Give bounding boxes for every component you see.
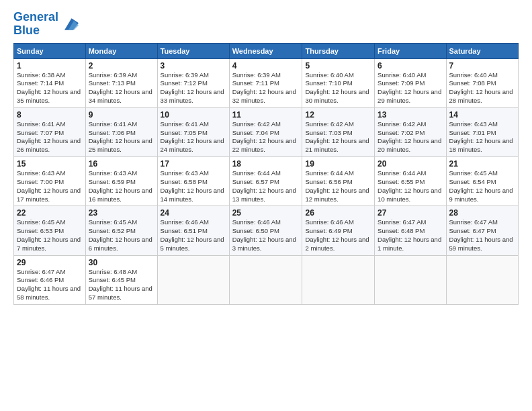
calendar-cell: 3 Sunrise: 6:39 AM Sunset: 7:12 PM Dayli… <box>157 58 229 107</box>
calendar-cell <box>302 255 375 304</box>
day-info: Sunrise: 6:40 AM Sunset: 7:10 PM Dayligh… <box>305 71 371 105</box>
day-number: 7 <box>449 61 515 71</box>
day-header-wednesday: Wednesday <box>229 43 302 58</box>
day-info: Sunrise: 6:39 AM Sunset: 7:13 PM Dayligh… <box>89 71 154 105</box>
day-info: Sunrise: 6:40 AM Sunset: 7:08 PM Dayligh… <box>449 71 515 105</box>
calendar-week-2: 8 Sunrise: 6:41 AM Sunset: 7:07 PM Dayli… <box>14 107 519 156</box>
day-number: 8 <box>17 110 83 120</box>
calendar-cell: 14 Sunrise: 6:43 AM Sunset: 7:01 PM Dayl… <box>446 107 518 156</box>
calendar-cell: 10 Sunrise: 6:41 AM Sunset: 7:05 PM Dayl… <box>157 107 229 156</box>
day-info: Sunrise: 6:39 AM Sunset: 7:11 PM Dayligh… <box>232 71 300 105</box>
day-number: 23 <box>89 208 154 218</box>
calendar-cell: 27 Sunrise: 6:47 AM Sunset: 6:48 PM Dayl… <box>375 206 446 255</box>
calendar-cell: 5 Sunrise: 6:40 AM Sunset: 7:10 PM Dayli… <box>302 58 375 107</box>
day-info: Sunrise: 6:43 AM Sunset: 7:00 PM Dayligh… <box>17 169 83 203</box>
day-number: 29 <box>17 258 83 267</box>
day-header-sunday: Sunday <box>14 43 86 58</box>
day-number: 18 <box>232 159 300 169</box>
day-header-thursday: Thursday <box>302 43 375 58</box>
day-info: Sunrise: 6:42 AM Sunset: 7:04 PM Dayligh… <box>232 120 300 154</box>
day-info: Sunrise: 6:44 AM Sunset: 6:55 PM Dayligh… <box>378 169 443 203</box>
calendar-cell: 30 Sunrise: 6:48 AM Sunset: 6:45 PM Dayl… <box>85 255 157 304</box>
day-number: 11 <box>232 110 300 120</box>
calendar-cell: 6 Sunrise: 6:40 AM Sunset: 7:09 PM Dayli… <box>375 58 446 107</box>
calendar-cell: 18 Sunrise: 6:44 AM Sunset: 6:57 PM Dayl… <box>229 157 302 206</box>
calendar-body: 1 Sunrise: 6:38 AM Sunset: 7:14 PM Dayli… <box>14 58 519 304</box>
day-info: Sunrise: 6:39 AM Sunset: 7:12 PM Dayligh… <box>161 71 226 105</box>
calendar-week-1: 1 Sunrise: 6:38 AM Sunset: 7:14 PM Dayli… <box>14 58 519 107</box>
calendar-week-5: 29 Sunrise: 6:47 AM Sunset: 6:46 PM Dayl… <box>14 255 519 304</box>
day-number: 24 <box>161 208 226 218</box>
day-info: Sunrise: 6:47 AM Sunset: 6:46 PM Dayligh… <box>17 268 83 302</box>
day-info: Sunrise: 6:43 AM Sunset: 7:01 PM Dayligh… <box>449 120 515 154</box>
day-number: 2 <box>89 61 154 71</box>
day-info: Sunrise: 6:43 AM Sunset: 6:59 PM Dayligh… <box>89 169 154 203</box>
logo-text: GeneralBlue <box>13 11 58 38</box>
calendar-cell <box>157 255 229 304</box>
calendar-cell: 23 Sunrise: 6:45 AM Sunset: 6:52 PM Dayl… <box>85 206 157 255</box>
day-number: 1 <box>17 61 83 71</box>
day-info: Sunrise: 6:44 AM Sunset: 6:56 PM Dayligh… <box>305 169 371 203</box>
day-info: Sunrise: 6:46 AM Sunset: 6:50 PM Dayligh… <box>232 218 300 253</box>
calendar-cell <box>375 255 446 304</box>
day-number: 16 <box>89 159 154 169</box>
day-info: Sunrise: 6:46 AM Sunset: 6:51 PM Dayligh… <box>161 218 226 253</box>
day-number: 9 <box>89 110 154 120</box>
calendar-cell: 26 Sunrise: 6:46 AM Sunset: 6:49 PM Dayl… <box>302 206 375 255</box>
logo: GeneralBlue <box>13 11 79 38</box>
day-number: 14 <box>449 110 515 120</box>
calendar-week-4: 22 Sunrise: 6:45 AM Sunset: 6:53 PM Dayl… <box>14 206 519 255</box>
calendar-cell: 9 Sunrise: 6:41 AM Sunset: 7:06 PM Dayli… <box>85 107 157 156</box>
day-number: 17 <box>161 159 226 169</box>
day-header-saturday: Saturday <box>446 43 518 58</box>
day-info: Sunrise: 6:42 AM Sunset: 7:03 PM Dayligh… <box>305 120 371 154</box>
calendar-cell: 19 Sunrise: 6:44 AM Sunset: 6:56 PM Dayl… <box>302 157 375 206</box>
calendar-cell: 16 Sunrise: 6:43 AM Sunset: 6:59 PM Dayl… <box>85 157 157 206</box>
calendar-week-3: 15 Sunrise: 6:43 AM Sunset: 7:00 PM Dayl… <box>14 157 519 206</box>
day-info: Sunrise: 6:41 AM Sunset: 7:05 PM Dayligh… <box>161 120 226 154</box>
day-number: 26 <box>305 208 371 218</box>
day-number: 15 <box>17 159 83 169</box>
calendar-cell: 8 Sunrise: 6:41 AM Sunset: 7:07 PM Dayli… <box>14 107 86 156</box>
day-info: Sunrise: 6:43 AM Sunset: 6:58 PM Dayligh… <box>161 169 226 203</box>
day-number: 22 <box>17 208 83 218</box>
day-info: Sunrise: 6:47 AM Sunset: 6:48 PM Dayligh… <box>378 218 443 253</box>
calendar-cell: 11 Sunrise: 6:42 AM Sunset: 7:04 PM Dayl… <box>229 107 302 156</box>
header: GeneralBlue <box>13 11 519 38</box>
day-number: 4 <box>232 61 300 71</box>
day-info: Sunrise: 6:38 AM Sunset: 7:14 PM Dayligh… <box>17 71 83 105</box>
day-info: Sunrise: 6:41 AM Sunset: 7:06 PM Dayligh… <box>89 120 154 154</box>
day-number: 25 <box>232 208 300 218</box>
day-header-monday: Monday <box>85 43 157 58</box>
day-info: Sunrise: 6:48 AM Sunset: 6:45 PM Dayligh… <box>89 268 154 302</box>
calendar-cell: 21 Sunrise: 6:45 AM Sunset: 6:54 PM Dayl… <box>446 157 518 206</box>
page: GeneralBlue SundayMondayTuesdayWednesday… <box>0 0 532 411</box>
day-info: Sunrise: 6:45 AM Sunset: 6:54 PM Dayligh… <box>449 169 515 203</box>
day-number: 3 <box>161 61 226 71</box>
calendar-cell: 4 Sunrise: 6:39 AM Sunset: 7:11 PM Dayli… <box>229 58 302 107</box>
day-number: 13 <box>378 110 443 120</box>
day-number: 30 <box>89 258 154 267</box>
calendar-cell: 25 Sunrise: 6:46 AM Sunset: 6:50 PM Dayl… <box>229 206 302 255</box>
day-info: Sunrise: 6:45 AM Sunset: 6:53 PM Dayligh… <box>17 218 83 253</box>
calendar-table: SundayMondayTuesdayWednesdayThursdayFrid… <box>13 43 519 305</box>
logo-icon <box>60 15 79 34</box>
day-number: 6 <box>378 61 443 71</box>
calendar-cell: 28 Sunrise: 6:47 AM Sunset: 6:47 PM Dayl… <box>446 206 518 255</box>
calendar-cell: 17 Sunrise: 6:43 AM Sunset: 6:58 PM Dayl… <box>157 157 229 206</box>
day-number: 28 <box>449 208 515 218</box>
day-number: 10 <box>161 110 226 120</box>
calendar-cell: 7 Sunrise: 6:40 AM Sunset: 7:08 PM Dayli… <box>446 58 518 107</box>
calendar-cell: 13 Sunrise: 6:42 AM Sunset: 7:02 PM Dayl… <box>375 107 446 156</box>
day-info: Sunrise: 6:41 AM Sunset: 7:07 PM Dayligh… <box>17 120 83 154</box>
calendar-cell <box>446 255 518 304</box>
calendar-cell <box>229 255 302 304</box>
day-info: Sunrise: 6:40 AM Sunset: 7:09 PM Dayligh… <box>378 71 443 105</box>
calendar-cell: 2 Sunrise: 6:39 AM Sunset: 7:13 PM Dayli… <box>85 58 157 107</box>
day-number: 5 <box>305 61 371 71</box>
calendar-cell: 22 Sunrise: 6:45 AM Sunset: 6:53 PM Dayl… <box>14 206 86 255</box>
day-number: 20 <box>378 159 443 169</box>
calendar-cell: 12 Sunrise: 6:42 AM Sunset: 7:03 PM Dayl… <box>302 107 375 156</box>
day-header-friday: Friday <box>375 43 446 58</box>
calendar-cell: 24 Sunrise: 6:46 AM Sunset: 6:51 PM Dayl… <box>157 206 229 255</box>
